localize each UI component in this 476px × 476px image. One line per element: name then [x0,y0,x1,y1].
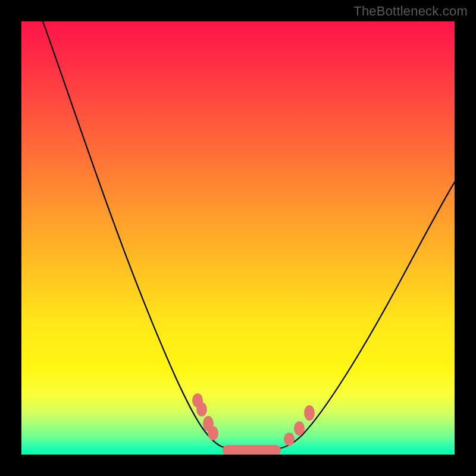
marker-dot [304,405,315,421]
watermark-text: TheBottleneck.com [353,4,468,19]
marker-dot [196,402,207,416]
marker-dot [208,426,218,440]
marker-dot [294,421,305,436]
plot-area [21,21,455,455]
chart-frame: TheBottleneck.com [0,0,476,476]
curve-svg [21,21,455,455]
bottleneck-curve [43,21,455,450]
flat-region-marker [223,445,281,455]
marker-dot [284,433,295,446]
